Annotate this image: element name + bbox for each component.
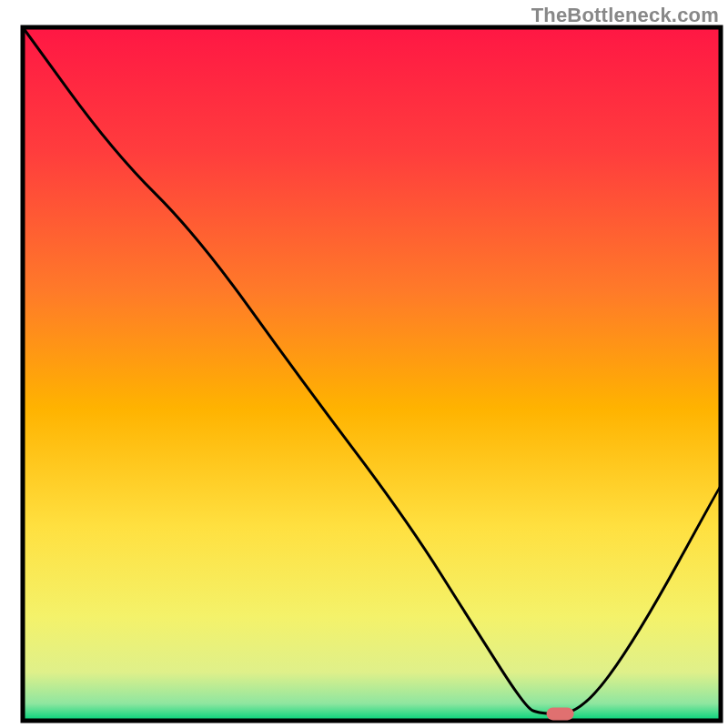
bottleneck-chart: TheBottleneck.com: [0, 0, 728, 728]
watermark-text: TheBottleneck.com: [531, 4, 719, 27]
chart-svg: [0, 0, 728, 728]
optimum-marker: [547, 707, 574, 720]
plot-background: [23, 27, 721, 721]
